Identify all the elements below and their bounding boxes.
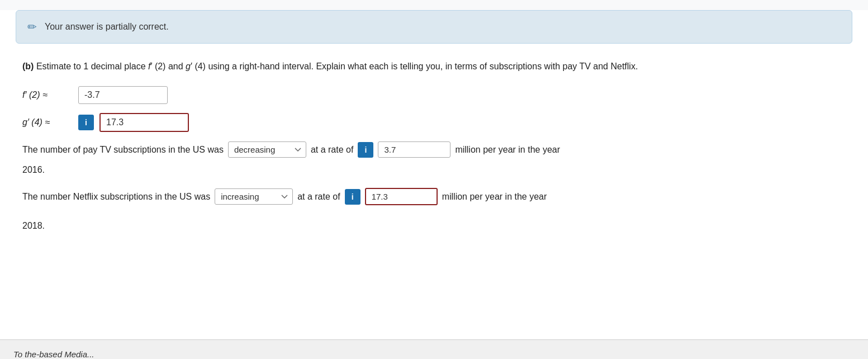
alert-banner: ✏ Your answer is partially correct. — [16, 10, 852, 44]
year2-text: 2018. — [22, 221, 45, 230]
sentence1-dropdown[interactable]: increasing decreasing — [228, 141, 306, 158]
sentence2-mid: at a rate of — [297, 188, 340, 206]
sentence1-mid: at a rate of — [311, 141, 354, 159]
sentence1-dropdown-wrapper: increasing decreasing — [228, 141, 306, 158]
f-prime-input[interactable] — [78, 86, 168, 104]
year2-line: 2018. — [22, 219, 846, 233]
sentence2-prefix: The number Netflix subscriptions in the … — [22, 188, 210, 206]
sentence2-row: The number Netflix subscriptions in the … — [22, 188, 846, 206]
pencil-icon: ✏ — [27, 18, 37, 35]
year1-text: 2016. — [22, 165, 45, 174]
alert-text: Your answer is partially correct. — [45, 20, 169, 34]
sentence2-info-button[interactable]: i — [345, 189, 361, 205]
sentence1-prefix: The number of pay TV subscriptions in th… — [22, 141, 224, 159]
bottom-bar-text: To the-based Media... — [13, 349, 94, 359]
sentence1-row: The number of pay TV subscriptions in th… — [22, 141, 846, 159]
question-text: (b) Estimate to 1 decimal place f′ (2) a… — [22, 59, 846, 74]
f-prime-label: f′ (2) ≈ — [22, 88, 73, 102]
f-prime-row: f′ (2) ≈ — [22, 86, 846, 104]
sentence2-dropdown[interactable]: increasing decreasing — [215, 188, 293, 205]
bottom-bar: To the-based Media... — [0, 339, 868, 359]
g-prime-label: g′ (4) ≈ — [22, 116, 73, 129]
sentence2-dropdown-wrapper: increasing decreasing — [215, 188, 293, 205]
g-prime-info-button[interactable]: i — [78, 115, 94, 130]
sentence1-suffix: million per year in the year — [455, 141, 560, 159]
question-label: (b) — [22, 62, 34, 71]
sentence2-rate-input[interactable] — [365, 188, 438, 205]
content-area: (b) Estimate to 1 decimal place f′ (2) a… — [0, 54, 868, 255]
g-prime-row: g′ (4) ≈ i — [22, 113, 846, 132]
sentence2-suffix: million per year in the year — [442, 188, 547, 206]
year1-line: 2016. — [22, 163, 846, 177]
g-prime-input[interactable] — [99, 113, 189, 132]
sentence1-rate-input[interactable] — [378, 141, 450, 158]
sentence1-info-button[interactable]: i — [358, 142, 373, 158]
